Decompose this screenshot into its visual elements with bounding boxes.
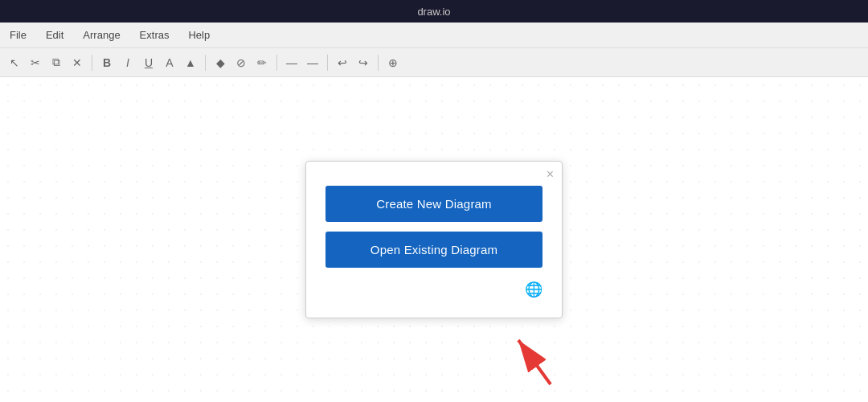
toolbar-redo-icon[interactable]: ↪ [355,55,371,71]
startup-dialog: × Create New Diagram Open Existing Diagr… [305,161,563,318]
dialog-footer: 🌐 [326,281,542,298]
svg-line-1 [518,340,551,384]
toolbar-separator-1 [92,55,92,71]
toolbar-line-icon[interactable]: ⊘ [233,55,249,71]
canvas: × Create New Diagram Open Existing Diagr… [0,77,868,402]
app-title: draw.io [417,6,450,18]
menu-item-help[interactable]: Help [185,27,213,43]
title-bar: draw.io [0,0,868,23]
dialog-close-button[interactable]: × [547,168,554,181]
create-new-diagram-button[interactable]: Create New Diagram [326,186,542,222]
toolbar-line-h-icon[interactable]: — [284,55,300,71]
toolbar-cut-icon[interactable]: ✂ [27,55,43,71]
menu-bar: File Edit Arrange Extras Help [0,23,868,48]
toolbar-font-color-icon[interactable]: ▲ [182,55,199,71]
menu-item-extras[interactable]: Extras [137,27,173,43]
toolbar-pencil-icon[interactable]: ✏ [254,55,270,71]
toolbar-copy-icon[interactable]: ⧉ [48,55,64,71]
toolbar-cursor-icon[interactable]: ↖ [6,55,23,71]
toolbar-bold-icon[interactable]: B [99,55,115,71]
toolbar-zoom-icon[interactable]: ⊕ [385,55,401,71]
toolbar-fill-icon[interactable]: ◆ [212,55,228,71]
toolbar-undo-icon[interactable]: ↩ [334,55,350,71]
menu-item-arrange[interactable]: Arrange [80,27,123,43]
dialog-overlay: × Create New Diagram Open Existing Diagr… [0,77,868,402]
toolbar-italic-icon[interactable]: I [120,55,136,71]
toolbar-separator-3 [276,55,277,71]
toolbar-font-icon[interactable]: A [162,55,178,71]
menu-item-file[interactable]: File [6,27,30,43]
toolbar: ↖ ✂ ⧉ ✕ B I U A ▲ ◆ ⊘ ✏ — — ↩ ↪ ⊕ [0,48,868,77]
toolbar-separator-4 [327,55,328,71]
toolbar-separator-2 [205,55,206,71]
toolbar-separator-5 [378,55,379,71]
red-arrow-indicator [510,332,559,388]
toolbar-line-v-icon[interactable]: — [305,55,321,71]
open-existing-diagram-button[interactable]: Open Existing Diagram [326,232,542,268]
language-globe-icon[interactable]: 🌐 [525,281,542,298]
toolbar-underline-icon[interactable]: U [141,55,157,71]
toolbar-delete-icon[interactable]: ✕ [69,55,85,71]
menu-item-edit[interactable]: Edit [43,27,67,43]
